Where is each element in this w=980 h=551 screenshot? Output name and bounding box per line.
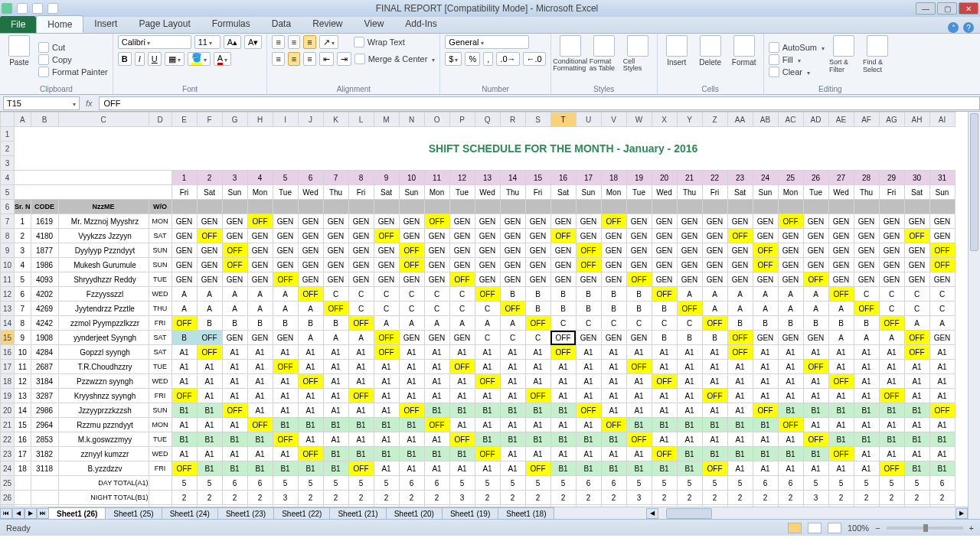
row-header[interactable]: 10: [1, 258, 15, 272]
shift-cell[interactable]: OFF: [803, 272, 828, 287]
cell-code[interactable]: 2986: [31, 403, 58, 418]
shift-cell[interactable]: B1: [803, 403, 828, 418]
date-header[interactable]: 4: [247, 171, 273, 185]
shift-cell[interactable]: A: [197, 287, 222, 302]
shift-cell[interactable]: B1: [449, 403, 475, 418]
shift-cell[interactable]: A1: [550, 360, 576, 374]
sheet-tab[interactable]: Sheet1 (25): [105, 507, 162, 519]
shift-cell[interactable]: A1: [727, 461, 753, 476]
shift-cell[interactable]: GEN: [323, 214, 348, 229]
column-header[interactable]: AH: [904, 112, 929, 127]
bold-button[interactable]: B: [118, 52, 132, 66]
shift-cell[interactable]: GEN: [626, 214, 652, 229]
shift-cell[interactable]: A1: [449, 418, 475, 432]
shift-cell[interactable]: GEN: [601, 258, 626, 272]
shift-cell[interactable]: GEN: [550, 258, 576, 272]
shift-cell[interactable]: A: [753, 302, 778, 316]
day-header[interactable]: Wed: [828, 185, 854, 200]
row-header[interactable]: 5: [1, 185, 15, 200]
shift-cell[interactable]: A1: [550, 374, 576, 389]
redo-icon[interactable]: [47, 3, 58, 14]
total-cell[interactable]: 5: [500, 476, 525, 491]
total-cell[interactable]: 2: [525, 491, 550, 505]
shift-cell[interactable]: OFF: [475, 447, 500, 461]
shift-cell[interactable]: B1: [904, 461, 929, 476]
shift-cell[interactable]: GEN: [348, 214, 374, 229]
align-middle-button[interactable]: ≡: [288, 35, 300, 49]
shift-cell[interactable]: GEN: [854, 229, 879, 243]
row-header[interactable]: 16: [1, 345, 15, 360]
shift-cell[interactable]: A1: [197, 418, 222, 432]
shift-cell[interactable]: GEN: [879, 243, 904, 258]
shift-cell[interactable]: B1: [702, 447, 727, 461]
shift-cell[interactable]: B1: [399, 447, 424, 461]
sheet-tab[interactable]: Sheet1 (22): [273, 507, 330, 519]
total-cell[interactable]: 2: [475, 491, 500, 505]
cell-code[interactable]: 2853: [31, 432, 58, 447]
shift-cell[interactable]: A1: [677, 360, 702, 374]
shift-cell[interactable]: B: [197, 316, 222, 331]
font-color-button[interactable]: A: [214, 52, 231, 66]
shift-cell[interactable]: A1: [222, 345, 247, 360]
shift-cell[interactable]: GEN: [626, 243, 652, 258]
cell-wo[interactable]: FRI: [149, 316, 172, 331]
shift-cell[interactable]: GEN: [677, 214, 702, 229]
shift-cell[interactable]: A1: [399, 389, 424, 403]
cell-name[interactable]: yynderjeet Syyngh: [58, 331, 149, 345]
cell-wo[interactable]: MON: [149, 418, 172, 432]
total-cell[interactable]: 5: [626, 476, 652, 491]
column-header[interactable]: M: [374, 112, 399, 127]
shift-cell[interactable]: B: [803, 316, 828, 331]
date-header[interactable]: 1: [172, 171, 197, 185]
column-header[interactable]: J: [298, 112, 323, 127]
ribbon-tab-view[interactable]: View: [354, 15, 395, 33]
shift-cell[interactable]: A1: [626, 389, 652, 403]
shift-cell[interactable]: A1: [449, 345, 475, 360]
shift-cell[interactable]: A1: [904, 447, 929, 461]
shift-cell[interactable]: GEN: [854, 272, 879, 287]
shift-cell[interactable]: A1: [576, 447, 601, 461]
day-header[interactable]: Fri: [172, 185, 197, 200]
page-layout-view-button[interactable]: [808, 523, 822, 533]
shift-cell[interactable]: A: [273, 302, 298, 316]
shift-cell[interactable]: A1: [929, 374, 955, 389]
column-header[interactable]: G: [222, 112, 247, 127]
cell-name[interactable]: Mukesh Gurumule: [58, 258, 149, 272]
date-header[interactable]: 8: [348, 171, 374, 185]
shift-cell[interactable]: A1: [348, 345, 374, 360]
shift-cell[interactable]: C: [500, 331, 525, 345]
shift-cell[interactable]: OFF: [879, 389, 904, 403]
shift-cell[interactable]: A1: [828, 461, 854, 476]
merge-center-button[interactable]: Merge & Center: [354, 52, 436, 66]
shift-cell[interactable]: GEN: [449, 229, 475, 243]
total-cell[interactable]: 2: [323, 491, 348, 505]
shift-cell[interactable]: A1: [576, 389, 601, 403]
shift-cell[interactable]: GEN: [172, 272, 197, 287]
shift-cell[interactable]: B1: [879, 432, 904, 447]
cell-name[interactable]: Gopzzl syyngh: [58, 345, 149, 360]
sheet-tab[interactable]: Sheet1 (23): [217, 507, 274, 519]
shift-cell[interactable]: A1: [727, 403, 753, 418]
total-cell[interactable]: 5: [550, 476, 576, 491]
day-header[interactable]: Fri: [348, 185, 374, 200]
shift-cell[interactable]: B1: [828, 432, 854, 447]
shift-cell[interactable]: A1: [601, 360, 626, 374]
ribbon-tab-review[interactable]: Review: [302, 15, 353, 33]
cell-srn[interactable]: 5: [15, 272, 31, 287]
cell-code[interactable]: 2964: [31, 418, 58, 432]
decrease-font-button[interactable]: A▾: [244, 35, 262, 49]
shift-cell[interactable]: GEN: [500, 243, 525, 258]
shift-cell[interactable]: A1: [753, 345, 778, 360]
shift-cell[interactable]: GEN: [626, 331, 652, 345]
shift-cell[interactable]: OFF: [172, 461, 197, 476]
shift-cell[interactable]: B: [626, 302, 652, 316]
shift-cell[interactable]: GEN: [652, 214, 677, 229]
total-cell[interactable]: 2: [247, 491, 273, 505]
shift-cell[interactable]: OFF: [399, 403, 424, 418]
shift-cell[interactable]: B1: [854, 403, 879, 418]
shift-cell[interactable]: GEN: [601, 229, 626, 243]
sheet-nav-prev[interactable]: ◀: [12, 508, 24, 519]
date-header[interactable]: 6: [298, 171, 323, 185]
row-header[interactable]: 21: [1, 418, 15, 432]
cell-code[interactable]: 1877: [31, 243, 58, 258]
